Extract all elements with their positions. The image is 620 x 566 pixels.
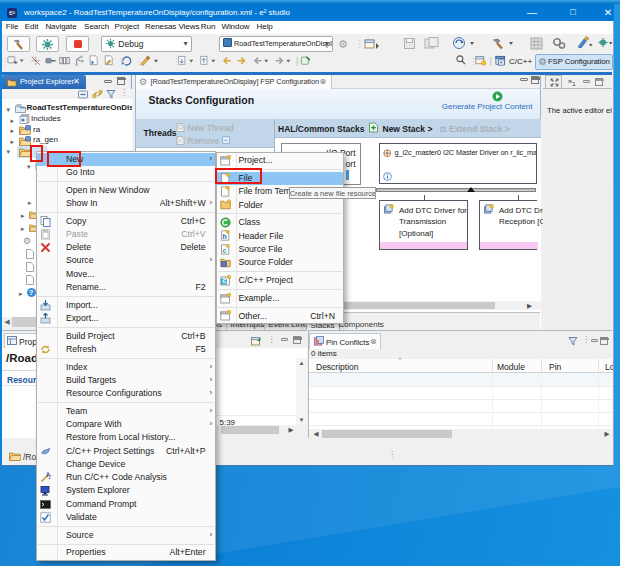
svg-text:h: h: [223, 233, 227, 240]
svg-text:c: c: [223, 246, 227, 253]
svg-text:C: C: [223, 278, 227, 284]
